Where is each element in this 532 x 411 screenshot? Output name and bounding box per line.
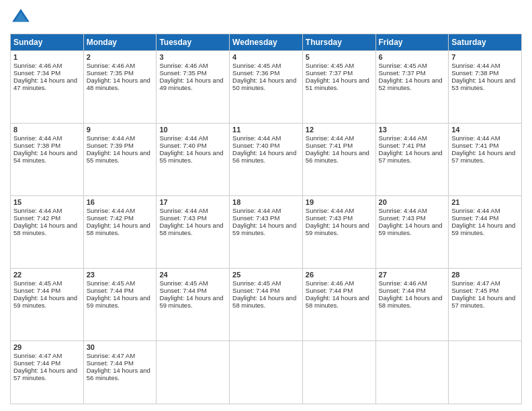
- sunset: Sunset: 7:38 PM: [451, 69, 498, 77]
- calendar-cell: 23Sunrise: 4:45 AMSunset: 7:44 PMDayligh…: [83, 268, 157, 340]
- sunrise: Sunrise: 4:45 AM: [159, 279, 208, 287]
- week-row-5: 29Sunrise: 4:47 AMSunset: 7:44 PMDayligh…: [11, 340, 522, 404]
- sunset: Sunset: 7:40 PM: [232, 142, 279, 149]
- sunset: Sunset: 7:44 PM: [13, 287, 60, 294]
- header-friday: Friday: [375, 34, 449, 51]
- sunset: Sunset: 7:41 PM: [451, 142, 498, 149]
- calendar-cell: 21Sunrise: 4:44 AMSunset: 7:44 PMDayligh…: [449, 195, 522, 268]
- header-monday: Monday: [83, 34, 157, 51]
- sunset: Sunset: 7:40 PM: [159, 142, 206, 149]
- sunset: Sunset: 7:35 PM: [87, 69, 134, 77]
- daylight: Daylight: 14 hours and 58 minutes.: [159, 222, 223, 236]
- calendar-table: SundayMondayTuesdayWednesdayThursdayFrid…: [10, 34, 522, 404]
- header-thursday: Thursday: [302, 34, 375, 51]
- sunrise: Sunrise: 4:45 AM: [87, 279, 135, 287]
- daylight: Daylight: 14 hours and 58 minutes.: [87, 222, 150, 236]
- calendar-cell: 11Sunrise: 4:44 AMSunset: 7:40 PMDayligh…: [230, 123, 303, 195]
- sunset: Sunset: 7:43 PM: [232, 214, 279, 222]
- day-number: 25: [232, 271, 300, 279]
- sunrise: Sunrise: 4:44 AM: [451, 207, 500, 214]
- daylight: Daylight: 14 hours and 59 minutes.: [13, 294, 77, 309]
- calendar-cell: 9Sunrise: 4:44 AMSunset: 7:39 PMDaylight…: [83, 123, 157, 195]
- sunset: Sunset: 7:37 PM: [379, 69, 426, 77]
- sunset: Sunset: 7:44 PM: [13, 359, 60, 367]
- calendar-cell: 27Sunrise: 4:46 AMSunset: 7:44 PMDayligh…: [375, 268, 449, 340]
- sunset: Sunset: 7:38 PM: [13, 142, 60, 149]
- sunset: Sunset: 7:36 PM: [232, 69, 279, 77]
- daylight: Daylight: 14 hours and 53 minutes.: [451, 77, 515, 91]
- sunrise: Sunrise: 4:46 AM: [159, 62, 208, 69]
- calendar-cell: 29Sunrise: 4:47 AMSunset: 7:44 PMDayligh…: [11, 340, 84, 404]
- calendar-cell: 19Sunrise: 4:44 AMSunset: 7:43 PMDayligh…: [302, 195, 375, 268]
- sunrise: Sunrise: 4:44 AM: [451, 134, 500, 142]
- sunrise: Sunrise: 4:44 AM: [159, 134, 208, 142]
- calendar-cell: [157, 340, 230, 404]
- day-number: 12: [306, 126, 373, 134]
- daylight: Daylight: 14 hours and 49 minutes.: [159, 77, 223, 91]
- week-row-4: 22Sunrise: 4:45 AMSunset: 7:44 PMDayligh…: [11, 268, 522, 340]
- calendar-cell: 20Sunrise: 4:44 AMSunset: 7:43 PMDayligh…: [375, 195, 449, 268]
- sunrise: Sunrise: 4:44 AM: [13, 134, 62, 142]
- sunset: Sunset: 7:43 PM: [306, 214, 353, 222]
- day-number: 23: [87, 271, 154, 279]
- day-number: 28: [451, 271, 519, 279]
- daylight: Daylight: 14 hours and 57 minutes.: [379, 149, 443, 164]
- calendar-cell: 14Sunrise: 4:44 AMSunset: 7:41 PMDayligh…: [449, 123, 522, 195]
- calendar-cell: 10Sunrise: 4:44 AMSunset: 7:40 PMDayligh…: [157, 123, 230, 195]
- sunset: Sunset: 7:45 PM: [451, 287, 498, 294]
- daylight: Daylight: 14 hours and 59 minutes.: [379, 222, 443, 236]
- sunrise: Sunrise: 4:45 AM: [379, 62, 427, 69]
- week-row-2: 8Sunrise: 4:44 AMSunset: 7:38 PMDaylight…: [11, 123, 522, 195]
- daylight: Daylight: 14 hours and 59 minutes.: [451, 222, 515, 236]
- header-wednesday: Wednesday: [230, 34, 303, 51]
- sunset: Sunset: 7:44 PM: [379, 287, 426, 294]
- day-number: 21: [451, 198, 519, 206]
- sunrise: Sunrise: 4:47 AM: [87, 352, 135, 359]
- day-number: 1: [13, 53, 81, 61]
- header-tuesday: Tuesday: [157, 34, 230, 51]
- day-number: 13: [379, 126, 446, 134]
- day-number: 30: [87, 343, 154, 351]
- sunrise: Sunrise: 4:45 AM: [13, 279, 62, 287]
- day-number: 9: [87, 126, 154, 134]
- sunset: Sunset: 7:43 PM: [379, 214, 426, 222]
- header-saturday: Saturday: [449, 34, 522, 51]
- sunrise: Sunrise: 4:44 AM: [451, 62, 500, 69]
- header: [10, 7, 522, 28]
- daylight: Daylight: 14 hours and 52 minutes.: [379, 77, 443, 91]
- calendar-cell: 6Sunrise: 4:45 AMSunset: 7:37 PMDaylight…: [375, 51, 449, 124]
- calendar-cell: [375, 340, 449, 404]
- sunset: Sunset: 7:42 PM: [87, 214, 134, 222]
- logo: [10, 7, 34, 28]
- sunset: Sunset: 7:44 PM: [451, 214, 498, 222]
- day-number: 11: [232, 126, 300, 134]
- sunset: Sunset: 7:44 PM: [87, 287, 134, 294]
- page: SundayMondayTuesdayWednesdayThursdayFrid…: [0, 0, 532, 411]
- sunrise: Sunrise: 4:44 AM: [306, 134, 354, 142]
- daylight: Daylight: 14 hours and 56 minutes.: [232, 149, 296, 164]
- sunrise: Sunrise: 4:44 AM: [379, 134, 427, 142]
- sunset: Sunset: 7:42 PM: [13, 214, 60, 222]
- daylight: Daylight: 14 hours and 58 minutes.: [13, 222, 77, 236]
- sunrise: Sunrise: 4:44 AM: [87, 207, 135, 214]
- calendar-cell: 24Sunrise: 4:45 AMSunset: 7:44 PMDayligh…: [157, 268, 230, 340]
- sunrise: Sunrise: 4:45 AM: [232, 62, 281, 69]
- calendar-cell: 25Sunrise: 4:45 AMSunset: 7:44 PMDayligh…: [230, 268, 303, 340]
- sunrise: Sunrise: 4:46 AM: [306, 279, 354, 287]
- daylight: Daylight: 14 hours and 55 minutes.: [159, 149, 223, 164]
- week-row-1: 1Sunrise: 4:46 AMSunset: 7:34 PMDaylight…: [11, 51, 522, 124]
- day-number: 22: [13, 271, 81, 279]
- sunrise: Sunrise: 4:44 AM: [87, 134, 135, 142]
- calendar-cell: 1Sunrise: 4:46 AMSunset: 7:34 PMDaylight…: [11, 51, 84, 124]
- daylight: Daylight: 14 hours and 59 minutes.: [87, 294, 150, 309]
- daylight: Daylight: 14 hours and 54 minutes.: [13, 149, 77, 164]
- calendar-cell: [449, 340, 522, 404]
- sunrise: Sunrise: 4:46 AM: [13, 62, 62, 69]
- day-number: 24: [159, 271, 226, 279]
- daylight: Daylight: 14 hours and 57 minutes.: [451, 294, 515, 309]
- calendar-cell: 28Sunrise: 4:47 AMSunset: 7:45 PMDayligh…: [449, 268, 522, 340]
- calendar-cell: 4Sunrise: 4:45 AMSunset: 7:36 PMDaylight…: [230, 51, 303, 124]
- daylight: Daylight: 14 hours and 59 minutes.: [159, 294, 223, 309]
- day-number: 5: [306, 53, 373, 61]
- calendar-header-row: SundayMondayTuesdayWednesdayThursdayFrid…: [11, 34, 522, 51]
